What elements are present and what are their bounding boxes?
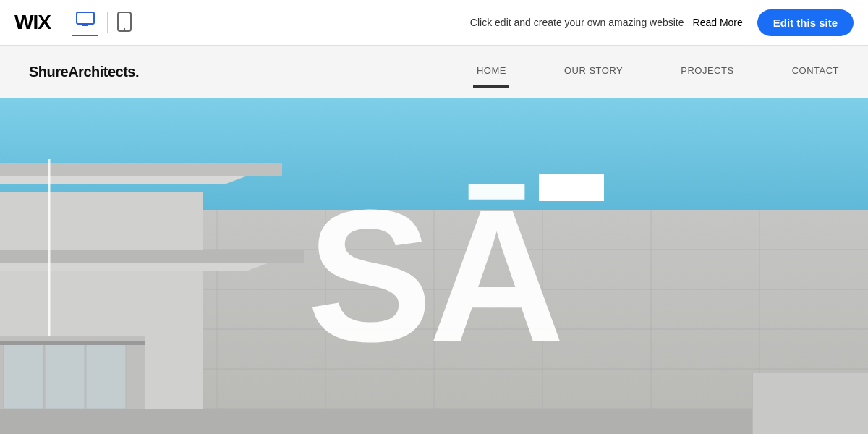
- svg-rect-26: [4, 344, 43, 409]
- desktop-icon[interactable]: [75, 9, 95, 33]
- svg-rect-0: [77, 12, 94, 24]
- nav-item-our-story[interactable]: OUR STORY: [564, 65, 623, 79]
- svg-rect-29: [0, 341, 145, 345]
- svg-point-4: [124, 27, 125, 29]
- nav-item-contact[interactable]: CONTACT: [792, 65, 839, 79]
- svg-marker-23: [0, 250, 304, 263]
- read-more-link[interactable]: Read More: [693, 17, 743, 28]
- bar-message: Click edit and create your own amazing w…: [470, 17, 684, 28]
- hero-letters: SĀ: [307, 182, 561, 370]
- hero-section: SĀ: [0, 98, 868, 434]
- wix-logo: WIX: [14, 11, 51, 34]
- mobile-icon[interactable]: [116, 12, 132, 34]
- nav-item-home[interactable]: HOME: [477, 65, 506, 79]
- device-divider: [107, 12, 108, 33]
- device-switcher: [72, 9, 132, 36]
- nav-item-projects[interactable]: PROJECTS: [681, 65, 733, 79]
- svg-rect-27: [45, 344, 85, 409]
- site-logo: ShureArchitects.: [29, 64, 139, 80]
- wix-bar: WIX Click edit and create your own amazi…: [0, 0, 868, 46]
- svg-rect-30: [0, 409, 868, 434]
- edit-site-button[interactable]: Edit this site: [757, 9, 854, 36]
- nav-links: HOME OUR STORY PROJECTS CONTACT: [477, 65, 839, 79]
- svg-marker-21: [0, 163, 282, 176]
- svg-rect-28: [86, 344, 126, 409]
- site-navigation: ShureArchitects. HOME OUR STORY PROJECTS…: [0, 46, 868, 98]
- svg-rect-31: [752, 373, 868, 434]
